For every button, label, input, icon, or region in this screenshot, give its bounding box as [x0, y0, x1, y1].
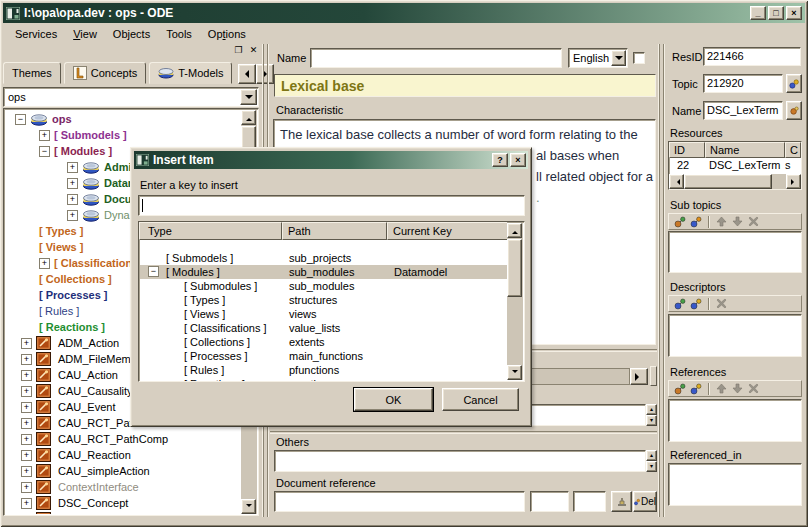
tab-scroll-left-icon[interactable] [238, 64, 256, 84]
table-hscrollbar[interactable] [669, 174, 801, 189]
tree-expander-icon[interactable]: + [67, 210, 78, 221]
tree-expander-icon[interactable]: + [21, 370, 32, 381]
dialog-titlebar[interactable]: Insert Item ? × [134, 151, 528, 169]
tree-expander-icon[interactable]: − [39, 146, 50, 157]
hidden-field-spinner[interactable]: ▴ ▾ [646, 404, 657, 426]
right-splitter[interactable] [658, 44, 665, 517]
topic-lookup-button[interactable] [786, 74, 802, 93]
tree-expander-icon[interactable]: + [21, 418, 32, 429]
chevron-down-icon[interactable] [611, 50, 626, 66]
link-add-icon[interactable] [672, 382, 688, 396]
column-header[interactable]: C [785, 142, 801, 158]
topic-input[interactable]: 212920 [703, 74, 783, 93]
column-header-type[interactable]: Type [139, 222, 282, 240]
dialog-table-row[interactable]: [ Rules ]pfunctions [140, 363, 509, 377]
dialog-table-row[interactable]: [ Processes ]main_functions [140, 349, 509, 363]
tree-expander-icon[interactable]: + [21, 482, 32, 493]
tree-item[interactable]: +[ Submodels ] [5, 127, 241, 143]
descriptors-list[interactable] [668, 314, 802, 357]
delete-cross-icon[interactable] [745, 215, 761, 229]
tree-expander-icon[interactable]: + [39, 258, 50, 269]
tab-concepts[interactable]: Concepts [64, 62, 146, 84]
others-input[interactable] [274, 450, 646, 472]
sub-topics-list[interactable] [668, 231, 802, 273]
referenced-in-list[interactable] [668, 463, 802, 506]
name-lookup-button[interactable] [786, 101, 802, 120]
float-panel-icon[interactable]: ❐ [232, 45, 245, 57]
document-reference-input[interactable] [274, 491, 525, 512]
window-titlebar[interactable]: I:\opa\opa.dev : ops - ODE _ □ × [3, 3, 805, 23]
dialog-close-button[interactable]: × [510, 153, 526, 167]
dialog-table-row[interactable]: −[ Modules ]sub_modulesDatamodel [140, 265, 509, 279]
minimize-button[interactable]: _ [750, 6, 766, 20]
link-node-icon[interactable] [688, 382, 704, 396]
menu-view[interactable]: View [65, 26, 105, 42]
chevron-down-icon[interactable] [240, 89, 257, 105]
scroll-up-icon[interactable] [241, 110, 256, 125]
link-node-icon[interactable] [688, 297, 704, 311]
tree-expander-icon[interactable]: + [21, 498, 32, 509]
dialog-table-row[interactable]: [ Reactions ]reactions [140, 377, 509, 382]
tree-expander-icon[interactable]: + [39, 130, 50, 141]
spin-up-icon[interactable]: ▴ [646, 450, 657, 461]
tree-item[interactable]: +DSC_Concept [5, 495, 241, 511]
link-node-icon[interactable] [688, 215, 704, 229]
help-button[interactable]: ? [492, 153, 508, 167]
column-header-path[interactable]: Path [282, 222, 387, 240]
tree-expander-icon[interactable]: + [21, 354, 32, 365]
language-checkbox[interactable] [633, 52, 645, 64]
document-reference-field3[interactable] [573, 491, 606, 512]
table-row[interactable]: 22 DSC_LexTerm s [669, 158, 801, 172]
tree-expander-icon[interactable]: + [21, 402, 32, 413]
document-reference-field2[interactable] [530, 491, 569, 512]
maximize-button[interactable]: □ [768, 6, 784, 20]
menu-services[interactable]: Services [7, 26, 65, 42]
tree-expander-icon[interactable]: + [21, 386, 32, 397]
tree-expander-icon[interactable]: + [21, 514, 32, 515]
references-list[interactable] [668, 399, 802, 442]
menu-options[interactable]: Options [200, 26, 254, 42]
scroll-right-icon[interactable] [786, 174, 801, 189]
delete-cross-icon[interactable] [745, 382, 761, 396]
tree-expander-icon[interactable]: + [21, 338, 32, 349]
dialog-table-row[interactable]: [ Collections ]extents [140, 335, 509, 349]
stamp-icon[interactable] [611, 491, 632, 512]
scrollbar-thumb[interactable] [507, 239, 522, 297]
scroll-down-icon[interactable] [507, 365, 522, 380]
tree-item[interactable]: +ContextInterface [5, 479, 241, 495]
tree-expander-icon[interactable]: + [21, 466, 32, 477]
spin-up-icon[interactable]: ▴ [646, 404, 657, 415]
scroll-down-icon[interactable] [241, 499, 256, 514]
tree-expander-icon[interactable]: + [67, 178, 78, 189]
arrow-up-icon[interactable] [713, 215, 729, 229]
tab-themes[interactable]: Themes [3, 62, 61, 84]
resources-table[interactable]: ID Name C 22 DSC_LexTerm s [668, 141, 802, 190]
dialog-table-row[interactable]: [ Submodules ]sub_modules [140, 279, 509, 293]
tab-t-models[interactable]: T-Models [149, 62, 232, 84]
link-add-icon[interactable] [672, 297, 688, 311]
tree-expander-icon[interactable]: + [21, 434, 32, 445]
res-name-input[interactable]: DSC_LexTerm [703, 101, 783, 120]
column-header[interactable]: ID [669, 142, 705, 158]
tree-item[interactable]: +CAU_RCT_PathComp [5, 431, 241, 447]
link-add-icon[interactable] [672, 215, 688, 229]
ok-button[interactable]: OK [354, 388, 433, 411]
tree-expander-icon[interactable]: + [67, 162, 78, 173]
spin-down-icon[interactable]: ▾ [646, 461, 657, 472]
tree-item[interactable]: +CAU_Reaction [5, 447, 241, 463]
scroll-left-icon[interactable] [669, 174, 684, 189]
close-panel-icon[interactable]: ✕ [247, 45, 260, 57]
dialog-scrollbar[interactable] [507, 223, 523, 380]
menu-objects[interactable]: Objects [105, 26, 158, 42]
tree-expander-icon[interactable]: + [67, 194, 78, 205]
tree-item[interactable]: −ops [5, 111, 241, 127]
arrow-down-icon[interactable] [729, 215, 745, 229]
column-header-key[interactable]: Current Key [387, 222, 508, 240]
scroll-up-icon[interactable] [507, 223, 522, 238]
dialog-table-row[interactable]: [ Submodels ]sub_projects [140, 251, 509, 265]
tree-expander-icon[interactable]: + [21, 450, 32, 461]
column-header[interactable]: Name [705, 142, 785, 158]
close-button[interactable]: × [786, 6, 802, 20]
others-spinner[interactable]: ▴ ▾ [646, 450, 657, 472]
spin-down-icon[interactable]: ▾ [646, 415, 657, 426]
